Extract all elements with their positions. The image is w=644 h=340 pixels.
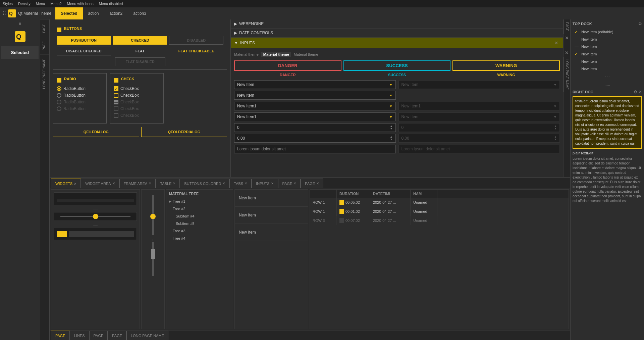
dock-item-4[interactable]: ✓ New Item — [573, 50, 642, 58]
text-input-1[interactable]: Lorem ipsum dolor sit amet — [234, 145, 396, 153]
list-item-1[interactable]: New Item — [235, 190, 308, 207]
table-row-2[interactable]: ROW-1 00:01:02 2020-04-27 ... Unamed — [310, 207, 569, 216]
tab-table[interactable]: TABLE ✕ — [156, 179, 180, 188]
right-doc-close-icon[interactable]: ✕ — [639, 90, 642, 94]
spin-1-arrows[interactable]: ▲ ▼ — [390, 125, 393, 130]
spinbox-1[interactable]: 0 ▲ ▼ — [234, 123, 396, 132]
plain-text-content[interactable]: Lorem ipsum dolor sit amet, consectetur … — [573, 156, 642, 203]
tab-tabs-close[interactable]: ✕ — [245, 182, 247, 185]
menu-menu[interactable]: Menu — [36, 2, 45, 6]
dock-item-5[interactable]: — New Item — [573, 58, 642, 65]
tab-widget-area[interactable]: WIDGET AREA ✕ — [81, 179, 119, 188]
checkbox-1[interactable]: ✓ — [114, 86, 118, 91]
lower-tab-page-1[interactable]: PAGE — [51, 331, 70, 340]
spin-1-down[interactable]: ▼ — [390, 128, 393, 130]
tab-inputs[interactable]: INPUTS ✕ — [252, 179, 278, 188]
disable-checked-button[interactable]: DISABLE CHECKED — [57, 47, 111, 55]
tab-action2[interactable]: action2 — [104, 7, 128, 19]
spinbox-2[interactable]: 0.00 ▲ ▼ — [234, 134, 396, 143]
tab-selected[interactable]: Selected — [55, 7, 83, 19]
radio-item-3[interactable]: RadioButton — [57, 100, 103, 104]
combo-2[interactable]: New Item ▼ — [234, 91, 396, 100]
radio-item-4[interactable]: RadioButton — [57, 106, 103, 111]
tree-item-1[interactable]: ▶ Tree #1 — [166, 198, 233, 205]
list-item-2[interactable]: New Item — [235, 207, 308, 224]
menu-menu2[interactable]: Menu2 — [50, 2, 62, 6]
danger-button[interactable]: DANGER — [234, 60, 341, 71]
list-item-3[interactable]: New Item — [235, 224, 308, 241]
combo-1[interactable]: New Item ▼ — [234, 80, 396, 89]
combo-3[interactable]: New Item1 ▼ — [234, 102, 396, 110]
webengine-row[interactable]: ▶ WEBENGINE — [231, 19, 563, 29]
tab-table-close[interactable]: ✕ — [173, 182, 175, 185]
date-controls-row[interactable]: ▶ DATE CONTROLS — [231, 29, 563, 38]
check-item-2[interactable]: CheckBox — [114, 93, 160, 98]
qfolderdialog-button[interactable]: QFOLDERDIALOG — [141, 127, 227, 137]
slider-thumb[interactable] — [93, 214, 98, 219]
check-item-3[interactable]: — CheckBox — [114, 100, 160, 104]
qfiledialog-button[interactable]: QFILEDIALOG — [53, 127, 139, 137]
tab-widgets-close[interactable]: ✕ — [74, 182, 76, 186]
tab-tabs[interactable]: TABS ✕ — [229, 179, 252, 188]
checkbox-3[interactable]: — — [114, 100, 118, 104]
tree-item-4[interactable]: Subitem #5 — [166, 220, 233, 227]
check-item-4[interactable]: CheckBox — [114, 106, 160, 111]
tree-item-5[interactable]: ▶ Tree #3 — [166, 227, 233, 235]
right-close-1[interactable]: ✕ — [564, 34, 570, 42]
page-tab-vert-2[interactable]: PAGE — [40, 37, 49, 54]
text-edit-box[interactable]: textEdit Lorem ipsum dolor sit amet, con… — [573, 96, 642, 149]
check-item-1[interactable]: ✓ CheckBox — [114, 86, 160, 91]
lower-tab-long-page[interactable]: LONG PAGE NAME — [126, 331, 168, 340]
sidebar-selected-button[interactable]: Selected — [1, 46, 39, 59]
tab-inputs-close[interactable]: ✕ — [271, 182, 274, 185]
inputs-header[interactable]: ▼ INPUTS ✕ — [231, 38, 563, 48]
menu-disabled[interactable]: Menu disabled — [99, 2, 123, 6]
checkbox-2[interactable] — [114, 93, 118, 98]
combo-4[interactable]: New Item1 ▼ — [234, 112, 396, 121]
pushbutton[interactable]: PUSHBUTTON — [57, 36, 111, 45]
success-button[interactable]: SUCCESS — [343, 60, 451, 71]
top-dock-settings-icon[interactable]: ⚙ — [638, 21, 642, 26]
color-input[interactable] — [69, 231, 134, 237]
menu-density[interactable]: Density — [18, 2, 31, 6]
tab-frame-area[interactable]: FRAME AREA ✕ — [119, 179, 156, 188]
dock-item-2[interactable]: — New Item — [573, 36, 642, 43]
dock-item-1[interactable]: ✓ New Item (editable) — [573, 28, 642, 36]
menu-styles[interactable]: Styles — [3, 2, 13, 6]
dock-item-6[interactable]: — New Item — [573, 65, 642, 72]
menu-with-icons[interactable]: Menu with icons — [67, 2, 94, 6]
right-doc-settings-icon[interactable]: ⚙ — [634, 90, 637, 94]
tab-widget-area-close[interactable]: ✕ — [112, 182, 115, 185]
tab-frame-area-close[interactable]: ✕ — [149, 182, 151, 185]
right-page-tab-1[interactable]: PAGE — [564, 19, 570, 34]
dock-item-3[interactable]: — New Item — [573, 43, 642, 50]
inputs-close-button[interactable]: ✕ — [553, 40, 560, 46]
flat-checkable-button[interactable]: FLAT CHECKEABLE — [169, 47, 223, 55]
spin-2-down[interactable]: ▼ — [390, 138, 393, 141]
page-tab-vert-1[interactable]: PAGE — [40, 19, 49, 37]
tree-item-3[interactable]: Subitem #4 — [166, 212, 233, 220]
tab-buttons-colored[interactable]: BUTTONS COLORED ✕ — [180, 179, 229, 188]
tab-widgets[interactable]: WIDGETS ✕ — [51, 179, 81, 188]
tab-page-2-close[interactable]: ✕ — [316, 182, 319, 185]
checkbox-4[interactable] — [114, 106, 118, 111]
spin-2-arrows[interactable]: ▲ ▼ — [390, 136, 393, 141]
tree-item-2[interactable]: ▶ Tree #2 — [166, 205, 233, 212]
page-tab-vert-3[interactable]: LONG PAGE NAME — [40, 54, 49, 93]
check-item-5[interactable]: CheckBox — [114, 113, 160, 118]
checkbox-5[interactable] — [114, 113, 118, 118]
radio-item-2[interactable]: RadioButton — [57, 93, 103, 98]
table-row-1[interactable]: ROW-1 00:05:02 2020-04-27 ... Unamed — [310, 198, 569, 207]
tab-action3[interactable]: action3 — [128, 7, 152, 19]
radio-item-1[interactable]: RadioButton — [57, 86, 103, 91]
tab-action[interactable]: action — [83, 7, 104, 19]
right-close-2[interactable]: ✕ — [564, 49, 570, 57]
checked-button[interactable]: CHECKED — [113, 36, 167, 45]
vert-scroll-thumb[interactable] — [151, 249, 155, 259]
tree-item-6[interactable]: ▶ Tree #4 — [166, 235, 233, 242]
right-page-tab-2[interactable]: LONG PAGE NAME — [564, 57, 570, 92]
lower-tab-page-3[interactable]: PAGE — [108, 331, 126, 340]
lower-tab-lines[interactable]: LINES — [70, 331, 89, 340]
tab-buttons-colored-close[interactable]: ✕ — [222, 182, 225, 185]
tab-page-1-close[interactable]: ✕ — [293, 182, 296, 185]
